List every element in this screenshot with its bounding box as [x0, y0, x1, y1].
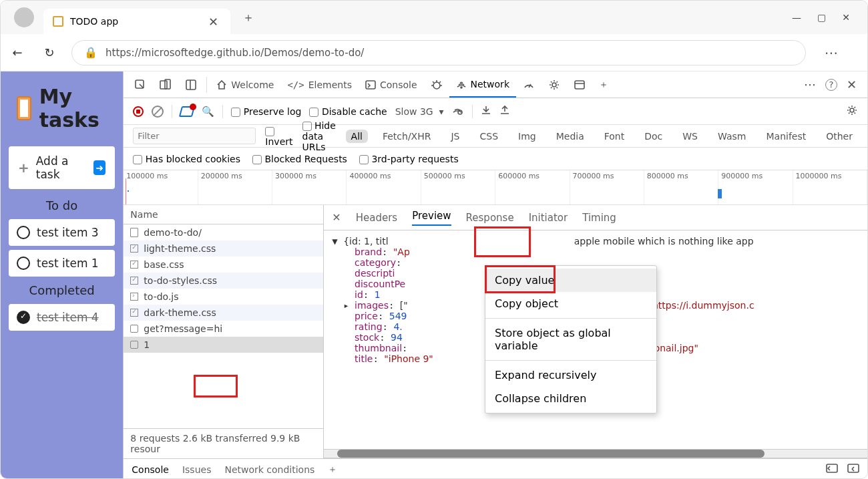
- more-drawer-tabs-icon[interactable]: ＋: [328, 464, 337, 476]
- unchecked-radio-icon[interactable]: [17, 226, 30, 239]
- request-row[interactable]: to-do.js: [124, 289, 323, 305]
- blocked-cookies-checkbox[interactable]: Has blocked cookies: [133, 154, 240, 164]
- request-row[interactable]: to-do-styles.css: [124, 273, 323, 289]
- drawer-expand-icon[interactable]: [826, 464, 838, 475]
- tab-console[interactable]: Console: [359, 71, 424, 98]
- dock-side-icon[interactable]: [178, 71, 204, 98]
- tab-preview[interactable]: Preview: [412, 210, 451, 226]
- tab-performance-icon[interactable]: [516, 71, 541, 98]
- tab-timing[interactable]: Timing: [582, 212, 616, 224]
- refresh-button[interactable]: ↻: [39, 45, 59, 59]
- disable-cache-checkbox[interactable]: Disable cache: [309, 106, 387, 117]
- filter-type[interactable]: CSS: [474, 130, 503, 143]
- filter-input[interactable]: [133, 128, 256, 144]
- tab-bug-icon[interactable]: [424, 71, 449, 98]
- help-icon[interactable]: ?: [825, 79, 837, 91]
- horizontal-scrollbar[interactable]: [324, 449, 867, 458]
- search-icon[interactable]: 🔍: [202, 106, 214, 118]
- clear-button[interactable]: [152, 106, 164, 118]
- filter-type[interactable]: Other: [821, 130, 858, 143]
- tab-response[interactable]: Response: [466, 212, 514, 224]
- export-har-icon[interactable]: [499, 105, 510, 118]
- throttling-select[interactable]: Slow 3G ▾: [395, 106, 444, 117]
- tab-headers[interactable]: Headers: [356, 212, 397, 224]
- request-row[interactable]: base.css: [124, 257, 323, 273]
- more-icon[interactable]: ⋯: [818, 45, 845, 61]
- filter-type[interactable]: JS: [445, 130, 465, 143]
- close-tab-icon[interactable]: ✕: [206, 12, 221, 31]
- tab-initiator[interactable]: Initiator: [529, 212, 568, 224]
- tab-application-icon[interactable]: [567, 71, 592, 98]
- maximize-icon[interactable]: ▢: [817, 12, 826, 23]
- drawer-collapse-icon[interactable]: [847, 464, 859, 475]
- profile-avatar[interactable]: [14, 7, 34, 27]
- filter-type[interactable]: Fetch/XHR: [377, 130, 437, 143]
- menu-collapse-children[interactable]: Collapse children: [485, 387, 656, 410]
- request-row[interactable]: light-theme.css: [124, 241, 323, 257]
- more-tabs-icon[interactable]: ＋: [592, 71, 615, 98]
- url-text: https://microsoftedge.github.io/Demos/de…: [105, 47, 364, 59]
- filter-type[interactable]: WS: [677, 130, 703, 143]
- tab-welcome[interactable]: Welcome: [210, 71, 280, 98]
- close-window-icon[interactable]: ✕: [842, 12, 850, 23]
- network-conditions-icon[interactable]: [452, 104, 464, 118]
- menu-expand-recursively[interactable]: Expand recursively: [485, 363, 656, 387]
- page-content: My tasks + Add a task ➜ To do test item …: [1, 71, 123, 479]
- device-emulation-icon[interactable]: [153, 71, 178, 98]
- menu-copy-object[interactable]: Copy object: [485, 292, 656, 315]
- filter-type[interactable]: Doc: [639, 130, 668, 143]
- filter-type[interactable]: Wasm: [712, 130, 751, 143]
- drawer-tab-issues[interactable]: Issues: [182, 464, 212, 475]
- browser-tab[interactable]: TODO app ✕: [43, 9, 230, 34]
- add-task-input[interactable]: + Add a task ➜: [9, 146, 115, 189]
- unchecked-radio-icon[interactable]: [17, 257, 30, 270]
- invert-checkbox[interactable]: Invert: [265, 126, 292, 147]
- checked-radio-icon[interactable]: [17, 311, 30, 324]
- tab-elements[interactable]: </>Elements: [280, 71, 359, 98]
- drawer-tab-console[interactable]: Console: [132, 464, 169, 475]
- record-button[interactable]: [133, 106, 144, 117]
- minimize-icon[interactable]: —: [792, 12, 801, 23]
- filter-funnel-icon[interactable]: [180, 106, 194, 117]
- inspect-element-icon[interactable]: [128, 71, 153, 98]
- filter-type[interactable]: Font: [599, 130, 630, 143]
- menu-store-global[interactable]: Store object as global variable: [485, 321, 656, 357]
- filter-type[interactable]: Img: [513, 130, 541, 143]
- url-box[interactable]: 🔒 https://microsoftedge.github.io/Demos/…: [71, 40, 806, 65]
- name-column-header[interactable]: Name: [124, 205, 323, 224]
- task-item[interactable]: test item 1: [9, 250, 115, 277]
- submit-arrow-icon[interactable]: ➜: [93, 160, 106, 175]
- filter-type-all[interactable]: All: [346, 130, 368, 143]
- close-details-icon[interactable]: ✕: [332, 211, 341, 224]
- stylesheet-icon: [130, 245, 138, 253]
- svg-rect-1: [160, 81, 167, 89]
- svg-point-11: [458, 110, 462, 114]
- network-toolbar: 🔍 Preserve log Disable cache Slow 3G ▾: [124, 98, 867, 125]
- request-row[interactable]: demo-to-do/: [124, 224, 323, 241]
- new-tab-button[interactable]: ＋: [240, 7, 257, 28]
- tab-settings-gear-icon[interactable]: [541, 71, 567, 98]
- request-row-selected[interactable]: 1: [124, 337, 323, 353]
- detail-tabs: ✕ Headers Preview Response Initiator Tim…: [324, 205, 867, 230]
- tab-network[interactable]: Network: [449, 71, 516, 98]
- close-devtools-icon[interactable]: ✕: [847, 77, 857, 92]
- request-row[interactable]: get?message=hi: [124, 321, 323, 337]
- preserve-log-checkbox[interactable]: Preserve log: [231, 106, 301, 117]
- drawer-tab-network-conditions[interactable]: Network conditions: [224, 464, 314, 475]
- back-button[interactable]: ←: [7, 45, 27, 59]
- filter-type[interactable]: Manifest: [761, 130, 811, 143]
- import-har-icon[interactable]: [481, 105, 491, 118]
- more-tools-icon[interactable]: ⋯: [804, 77, 816, 92]
- devtools-main-tabs: Welcome </>Elements Console Network ＋ ⋯ …: [124, 71, 867, 98]
- request-row[interactable]: dark-theme.css: [124, 305, 323, 321]
- menu-copy-value[interactable]: Copy value: [485, 269, 656, 292]
- task-item-completed[interactable]: test item 4: [9, 304, 115, 331]
- blocked-requests-checkbox[interactable]: Blocked Requests: [252, 154, 347, 164]
- clipboard-icon: [17, 96, 31, 120]
- network-timeline[interactable]: 100000 ms200000 ms 300000 ms400000 ms 50…: [124, 170, 867, 205]
- task-item[interactable]: test item 3: [9, 219, 115, 246]
- third-party-checkbox[interactable]: 3rd-party requests: [359, 154, 459, 164]
- site-info-icon[interactable]: 🔒: [84, 46, 97, 59]
- network-settings-icon[interactable]: [846, 104, 858, 118]
- filter-type[interactable]: Media: [551, 130, 590, 143]
